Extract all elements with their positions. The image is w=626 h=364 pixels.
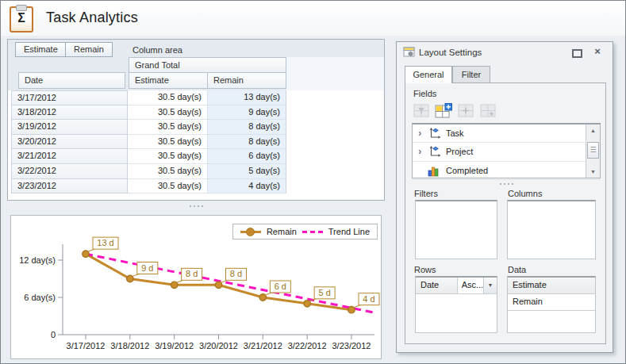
x-axis-label: 3/22/2012 [288,341,327,351]
remain-cell: 8 day(s) [208,120,286,135]
field-label: Task [446,125,464,142]
date-cell: 3/23/2012 [11,179,128,194]
layout-settings-panel: Layout Settings × General Filter Fields [396,41,613,353]
estimate-cell: 30.5 day(s) [128,135,208,150]
fields-list: › Task › [412,123,601,178]
expand-chevron-icon[interactable]: › [418,125,421,142]
y-axis-label: 6 day(s) [24,293,56,302]
rows-area-label: Rows [414,265,436,274]
remain-data-point [83,251,89,257]
data-area-label: Data [508,265,526,274]
estimate-column-header[interactable]: Estimate [129,72,208,89]
clipboard-sigma-icon: Σ [10,6,33,33]
date-row-header[interactable]: Date [18,72,125,89]
trend-legend-label: Trend Line [328,227,370,236]
pivot-row: 3/19/201230.5 day(s)8 day(s) [8,120,384,135]
pivot-row: 3/23/201230.5 day(s)4 day(s) [8,179,384,194]
tab-general[interactable]: General [405,66,452,83]
move-to-column-area-button[interactable] [456,102,475,120]
pivot-header-band-light [286,57,384,90]
estimate-cell: 30.5 day(s) [128,120,208,135]
remain-data-point [215,282,221,288]
pivot-row: 3/17/201230.5 day(s)13 day(s) [8,90,384,105]
point-label: 8 d [186,269,198,278]
remain-data-point [304,301,310,307]
pivot-row: 3/21/201230.5 day(s)6 day(s) [8,149,384,164]
estimate-cell: 30.5 day(s) [128,149,208,164]
point-label: 8 d [230,269,242,278]
scroll-down-icon[interactable]: ▼ [586,166,600,178]
field-label: Project [446,143,473,160]
data-area-item-remain[interactable]: Remain [508,294,595,311]
pivot-rows: 3/17/201230.5 day(s)13 day(s)3/18/201230… [8,90,384,193]
point-label: 4 d [363,294,374,304]
move-to-filter-area-button[interactable] [412,102,431,120]
remain-cell: 6 day(s) [208,149,286,164]
move-to-row-area-button[interactable] [434,102,453,120]
data-field-chip-estimate[interactable]: Estimate [15,42,67,57]
remain-cell: 4 day(s) [208,179,286,194]
pivot-row: 3/20/201230.5 day(s)8 day(s) [8,135,384,150]
column-area-grid-icon [458,104,474,118]
remain-cell: 5 day(s) [208,164,286,179]
point-label: 13 d [97,238,113,247]
minimize-button[interactable] [570,47,584,59]
remain-cell: 8 day(s) [208,135,286,150]
task-analytics-window: Σ Task Analytics Estimate Remain Column … [0,0,626,364]
row-area-grid-icon [435,103,452,119]
fields-toolbar [412,102,497,120]
pivot-row: 3/18/201230.5 day(s)9 day(s) [8,105,384,121]
columns-area-box[interactable] [507,200,596,259]
remain-data-point [259,294,266,301]
remain-column-header[interactable]: Remain [207,72,286,89]
field-item-completed[interactable]: Completed [413,162,600,180]
remain-cell: 13 day(s) [208,90,286,105]
point-label: 5 d [319,288,331,297]
pivot-chart-splitter[interactable] [7,202,385,210]
field-item-project[interactable]: › Project [413,143,600,161]
fields-scrollbar[interactable]: ▲ ☰ ▼ [586,125,600,178]
expand-chevron-icon[interactable]: › [418,143,421,160]
x-axis-label: 3/18/2012 [110,341,149,351]
rows-area-box[interactable]: Date Asc... ▼ [415,276,497,333]
x-axis-label: 3/19/2012 [155,341,194,351]
remain-cell: 9 day(s) [208,105,286,121]
rows-area-item-date[interactable]: Date Asc... ▼ [416,278,497,294]
x-axis-label: 3/17/2012 [67,341,106,351]
fields-areas-splitter[interactable] [412,180,601,187]
sort-order-dropdown[interactable]: ▼ [483,278,497,293]
data-area-item-estimate[interactable]: Estimate [508,278,595,294]
sort-order-value[interactable]: Asc... [458,278,484,293]
page-title: Task Analytics [46,10,138,26]
fields-label: Fields [413,89,436,98]
filters-area-box[interactable] [415,200,497,259]
move-to-data-area-button[interactable] [478,102,497,120]
date-cell: 3/18/2012 [11,105,128,121]
y-axis-label: 0 [51,330,56,339]
y-axis-label: 12 day(s) [19,255,56,265]
remain-data-point [171,282,177,288]
data-field-chip-remain[interactable]: Remain [65,42,113,57]
layout-settings-icon [403,47,416,61]
data-area-grid-icon [480,104,496,118]
remain-chart-panel: 06 day(s)12 day(s)3/17/20123/18/20123/19… [10,215,382,359]
tab-filter[interactable]: Filter [452,66,490,83]
general-tab-content: Fields [405,82,606,344]
grand-total-header: Grand Total [129,57,286,73]
close-button[interactable]: × [590,45,605,58]
column-area-label: Column area [132,45,182,55]
rows-item-field[interactable]: Date [416,278,458,293]
remain-legend-marker [240,231,261,233]
close-icon: × [594,45,601,57]
remain-data-point [127,275,133,282]
data-area-box[interactable]: Estimate Remain [507,276,596,333]
scrollbar-thumb[interactable]: ☰ [587,142,599,159]
window-header: Σ Task Analytics [1,1,625,36]
x-axis-label: 3/20/2012 [199,341,238,351]
point-label: 9 d [141,263,153,273]
field-item-task[interactable]: › Task [413,125,600,143]
scroll-up-icon[interactable]: ▲ [586,125,600,136]
x-axis-label: 3/23/2012 [332,341,371,351]
remain-data-point [348,306,355,312]
filters-area-label: Filters [414,189,438,198]
